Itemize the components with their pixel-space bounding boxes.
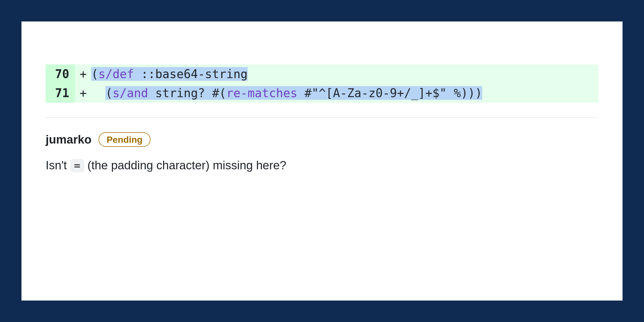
comment-body: Isn't = (the padding character) missing … — [46, 159, 598, 172]
code-line[interactable]: (s/def ::base64-string — [91, 64, 598, 83]
space — [148, 86, 155, 100]
token-keyword: ::base64-string — [141, 67, 247, 81]
token-percent: % — [454, 86, 461, 100]
comment-text: Isn't — [46, 159, 70, 172]
line-number: 71 — [46, 83, 75, 103]
punct-open: ( — [105, 86, 113, 100]
comment-header: jumarko Pending — [46, 132, 598, 147]
diff-marker: + — [75, 64, 91, 83]
space — [205, 86, 212, 100]
diff-row[interactable]: 71 + (s/and string? #(re-matches #"^[A-Z… — [46, 83, 598, 103]
space — [297, 86, 305, 100]
space — [447, 86, 454, 100]
code-line[interactable]: (s/and string? #(re-matches #"^[A-Za-z0-… — [91, 83, 598, 103]
punct-hash-open: #( — [212, 86, 226, 100]
diff-block: 70 + (s/def ::base64-string 71 + (s/and … — [46, 64, 598, 103]
token-symbol: s/and — [112, 86, 148, 100]
punct-open: ( — [91, 67, 98, 81]
comment-text: (the padding character) missing here? — [84, 159, 286, 172]
line-number: 70 — [46, 64, 75, 83]
comment-author[interactable]: jumarko — [46, 133, 92, 146]
diff-marker: + — [75, 83, 91, 103]
token-symbol: string? — [155, 86, 205, 100]
indent — [91, 86, 105, 100]
status-badge: Pending — [98, 132, 151, 147]
punct-close: ))) — [461, 86, 482, 100]
token-symbol: s/def — [98, 67, 134, 81]
inline-code: = — [70, 159, 84, 172]
diff-row[interactable]: 70 + (s/def ::base64-string — [46, 64, 598, 83]
space — [134, 67, 141, 81]
divider — [46, 117, 598, 118]
token-regex: #"^[A-Za-z0-9+/_]+$" — [305, 86, 447, 100]
token-symbol: re-matches — [226, 86, 297, 100]
review-card: 70 + (s/def ::base64-string 71 + (s/and … — [21, 21, 623, 301]
